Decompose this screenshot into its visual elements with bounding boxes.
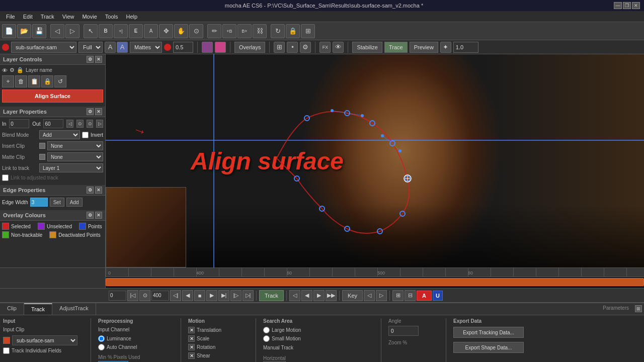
small-motion-radio[interactable] [263,335,270,342]
add-mask[interactable]: +B [222,24,236,38]
stabilize-button[interactable]: Stabilize [352,42,382,53]
menu-movie[interactable]: Movie [78,13,101,21]
large-motion-radio[interactable] [263,327,270,333]
stop-btn[interactable]: ■ [194,290,205,301]
zoom-tool[interactable]: ⊙ [189,24,203,38]
settings-btn[interactable]: ⚙ [300,42,311,53]
move-tool[interactable]: ✥ [159,24,173,38]
menu-view[interactable]: View [58,13,78,21]
out-value[interactable]: 60 [43,119,63,128]
bezier-tool[interactable]: B [99,24,113,38]
play-btn[interactable]: ▶ [206,290,217,301]
export-shape-btn[interactable]: Export Shape Data... [453,342,524,353]
ae-button[interactable]: A [417,291,432,301]
fx-btn[interactable]: FX [319,42,331,53]
tab-adjust-track[interactable]: AdjustTrack [52,303,96,315]
magic-btn[interactable]: ✦ [440,42,451,53]
edge-set-btn[interactable]: Set [50,198,64,207]
timeline-track-bar[interactable] [106,278,644,286]
mattes-select[interactable]: Mattes [130,42,162,53]
opacity-input[interactable]: 0.5 [173,42,193,53]
edge-width-input[interactable]: 3 [30,198,48,207]
overlay-close[interactable]: ✕ [95,212,102,219]
export-tracking-btn[interactable]: Export Tracking Data... [453,327,524,338]
edge-add-btn[interactable]: Add [66,198,83,207]
minimize-button[interactable]: — [614,2,622,9]
quality-select[interactable]: Full [78,42,103,53]
play-fwd-btn[interactable]: ▶| [218,290,229,301]
undo-button[interactable]: ◁ [50,24,64,38]
layer-select[interactable]: sub-surface-sam [11,42,76,53]
channel-a-btn[interactable]: A [105,42,116,53]
edge-close[interactable]: ✕ [95,187,102,194]
loop-fwd-btn[interactable]: |▷ [230,290,242,301]
key-right-btn[interactable]: ▷ [376,290,387,301]
menu-tools[interactable]: Tools [101,13,122,21]
in-btn[interactable]: ◁ [66,120,73,128]
tab-track[interactable]: Track [24,303,52,315]
step-back-btn[interactable]: ◀ [182,290,193,301]
redo-button[interactable]: ▷ [65,24,79,38]
loop-out-btn[interactable]: ⊙ [87,120,94,128]
key-button[interactable]: Key [342,290,363,301]
dot-btn[interactable]: • [287,42,298,53]
add-point-tool[interactable]: +| [114,24,128,38]
loop-tool[interactable]: ↻ [271,24,285,38]
overlay-settings[interactable]: ⚙ [87,212,94,219]
select-tool[interactable]: ↖ [84,24,98,38]
layer-gear-icon[interactable]: ⚙ [10,67,15,73]
invert-checkbox[interactable] [82,132,89,138]
new-button[interactable]: 📄 [2,24,16,38]
goto-start-btn[interactable]: |◁ [127,290,138,301]
link-track-select[interactable]: Layer 1 [39,163,103,172]
open-button[interactable]: 📂 [17,24,31,38]
menu-edit[interactable]: Edit [19,13,37,21]
tl-extra1[interactable]: ⊞ [392,290,404,301]
menu-track[interactable]: Track [37,13,58,21]
color-btn[interactable] [202,42,213,53]
tl-extra2[interactable]: ⊟ [405,290,416,301]
track-button[interactable]: Track [259,290,284,301]
out-btn[interactable]: ▷ [96,120,103,128]
align-surface-button[interactable]: Align Surface [2,89,103,103]
layer-controls-settings[interactable]: ⚙ [87,56,94,63]
frame-counter-left[interactable] [109,291,126,301]
restore-button[interactable]: ❐ [623,2,631,9]
pen-tool[interactable]: ✏ [207,24,221,38]
menu-help[interactable]: Help [122,13,141,21]
tl-back-btn[interactable]: ◀ [301,290,312,301]
track-individual-checkbox[interactable] [3,347,10,354]
lock-tool[interactable]: 🔒 [286,24,300,38]
u-button[interactable]: U [433,291,443,301]
grid-btn[interactable]: ⊞ [274,42,285,53]
link-tool[interactable]: ⛓ [253,24,267,38]
tl-play2-btn[interactable]: ▶ [313,290,325,301]
blend-mode-select[interactable]: Add [39,130,80,139]
key-left-btn[interactable]: ◁ [364,290,375,301]
matte-clip-select[interactable]: None [47,152,103,161]
luminance-radio[interactable] [98,335,105,342]
rotate-tool[interactable]: A [144,24,158,38]
layer-controls-close[interactable]: ✕ [95,56,102,63]
value-input[interactable] [453,42,478,53]
lock-layer-btn[interactable]: 🔒 [41,75,53,87]
preview-button[interactable]: Preview [410,42,438,53]
sub-mask[interactable]: B+ [237,24,252,38]
link-adjusted-checkbox[interactable] [2,174,9,181]
bottom-expand[interactable]: ⊞ [635,305,642,312]
visibility-icon[interactable]: 👁 [2,67,8,73]
layer-props-close[interactable]: ✕ [95,108,102,115]
translation-checkbox[interactable]: ✕ [188,327,195,333]
overlays-button[interactable]: Overlays [234,42,265,53]
edge-settings[interactable]: ⚙ [87,187,94,194]
deactivated-color[interactable] [49,231,56,238]
eye-btn[interactable]: 👁 [333,42,344,53]
scale-checkbox[interactable]: ✕ [188,335,195,342]
layer-props-settings[interactable]: ⚙ [87,108,94,115]
edit-tool[interactable]: E [129,24,143,38]
selected-color[interactable] [2,223,9,230]
copy-layer-btn[interactable]: 📋 [28,75,40,87]
rotation-checkbox[interactable]: ✕ [188,344,195,350]
reset-layer-btn[interactable]: ↺ [54,75,66,87]
tl-left-btn[interactable]: ◁ [289,290,300,301]
